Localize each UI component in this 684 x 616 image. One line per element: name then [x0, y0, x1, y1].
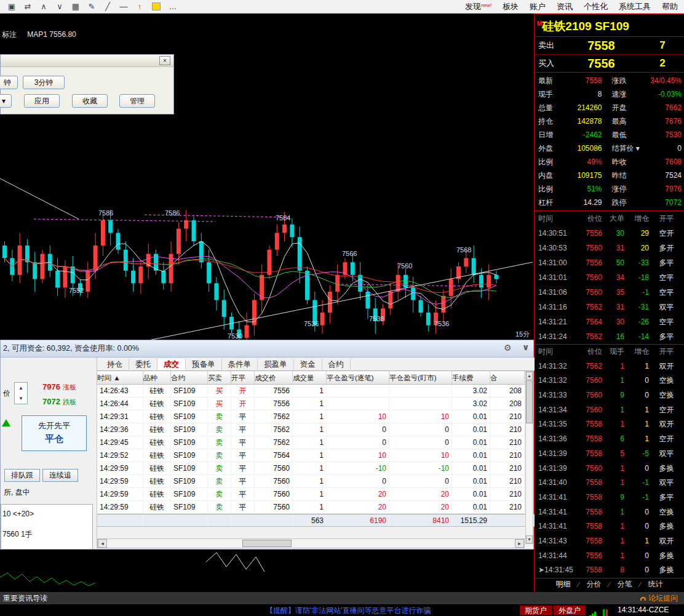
- quote-tab[interactable]: 分笔: [610, 579, 640, 590]
- column-header[interactable]: 成交量: [293, 371, 327, 385]
- column-header[interactable]: 买卖: [208, 371, 231, 385]
- trade-tab[interactable]: 合约: [322, 359, 351, 370]
- trade-tab[interactable]: 持仓: [101, 359, 129, 370]
- horizontal-scroll-thumb[interactable]: [242, 540, 292, 547]
- column-header[interactable]: 开平: [231, 371, 255, 385]
- scroll-right-icon[interactable]: ▸: [515, 539, 524, 548]
- chase-button[interactable]: 连续追: [42, 469, 78, 482]
- toolbar-menu-item[interactable]: 资讯: [557, 2, 573, 11]
- tick-row[interactable]: 14:31:41755810多换: [535, 519, 684, 534]
- column-header[interactable]: 成交价: [255, 371, 293, 385]
- fill-row[interactable]: 14:29:45硅铁SF109卖平75621000.01210: [97, 436, 525, 449]
- fill-row[interactable]: 14:29:59硅铁SF109卖平75601-10-100.01210: [97, 462, 525, 475]
- tick-row[interactable]: 14:31:39756010多换: [535, 462, 684, 476]
- forum-link[interactable]: 论坛提问: [640, 593, 678, 604]
- tick-row[interactable]: 14:31:44755610多换: [535, 549, 684, 564]
- grid-icon[interactable]: ▦: [68, 2, 84, 11]
- tick-row[interactable]: 14:31:16756231-31双平: [535, 300, 684, 314]
- dropdown-arrow-icon[interactable]: ▾: [0, 94, 12, 108]
- apply-button[interactable]: 应用: [24, 94, 60, 108]
- gear-icon[interactable]: ⚙: [504, 343, 512, 353]
- column-header[interactable]: 平仓盈亏(盯市): [389, 371, 452, 385]
- tick-row[interactable]: 14:31:00755650-33多平: [535, 255, 684, 270]
- pencil-icon[interactable]: ✎: [84, 2, 100, 11]
- close-icon[interactable]: ×: [159, 56, 170, 65]
- cycle-arrows-icon[interactable]: ⇄: [20, 2, 36, 11]
- vertical-scrollbar[interactable]: ▴ ▾: [525, 371, 533, 544]
- foreign-account-tab[interactable]: 外盘户: [554, 606, 586, 615]
- quote-tab[interactable]: 明细: [548, 579, 578, 590]
- toolbar-menu-item[interactable]: 发现new!: [465, 2, 491, 11]
- bid-row[interactable]: 买入 7556 2: [535, 55, 684, 73]
- fill-row[interactable]: 14:29:59硅铁SF109卖平7560120200.01210: [97, 501, 525, 514]
- column-header[interactable]: 平仓盈亏(逐笔): [327, 371, 389, 385]
- up-arrow-icon[interactable]: ↑: [132, 2, 148, 11]
- fill-row[interactable]: 14:26:43硅铁SF109买开755613.02208: [97, 385, 525, 398]
- tick-row[interactable]: 14:30:5175563029空开: [535, 226, 684, 241]
- ask-row[interactable]: 卖出 7558 7: [535, 37, 684, 55]
- manage-button[interactable]: 管理: [119, 94, 155, 108]
- color-swatch[interactable]: [152, 2, 161, 10]
- news-link[interactable]: 重要资讯导读: [0, 593, 47, 604]
- tick-row[interactable]: 14:31:41755810空换: [535, 505, 684, 520]
- fill-row[interactable]: 14:29:31硅铁SF109卖平7562110100.01210: [97, 410, 525, 423]
- chevron-up-icon[interactable]: ∧: [36, 2, 52, 11]
- trade-tab[interactable]: 成交: [157, 359, 186, 370]
- horizontal-scrollbar[interactable]: ◂ ▸: [97, 538, 525, 548]
- tick-row[interactable]: 14:31:01756034-18空平: [535, 270, 684, 285]
- quote-tab[interactable]: 统计: [641, 579, 670, 590]
- fill-row[interactable]: 14:29:59硅铁SF109卖平75601000.01210: [97, 475, 525, 488]
- toolbar-menu-item[interactable]: 系统工具: [619, 2, 651, 11]
- tick-row[interactable]: 14:31:4175589-1多平: [535, 490, 684, 505]
- tick-row[interactable]: 14:31:32756010空换: [535, 374, 684, 388]
- scroll-down-icon[interactable]: ▾: [526, 535, 533, 543]
- favorite-button[interactable]: 收藏: [72, 94, 108, 108]
- collapse-icon[interactable]: ∨: [522, 342, 529, 352]
- toolbar-menu-item[interactable]: 板块: [503, 2, 519, 11]
- period-3min-button[interactable]: 3分钟: [23, 76, 65, 89]
- trade-tab[interactable]: 预备单: [186, 359, 222, 370]
- column-header[interactable]: 合约: [171, 371, 208, 385]
- close-mode-box[interactable]: 先开先平 平仓: [22, 415, 87, 451]
- tick-row[interactable]: 14:31:36755861空开: [535, 432, 684, 447]
- column-header[interactable]: 品种: [143, 371, 171, 385]
- window-icon[interactable]: ▣: [4, 2, 20, 11]
- trade-tab[interactable]: 委托: [129, 359, 157, 370]
- tick-row[interactable]: 14:31:21756430-26空平: [535, 314, 684, 329]
- tick-row[interactable]: 14:31:43755811双开: [535, 534, 684, 549]
- tick-row[interactable]: 14:31:32756211双开: [535, 359, 684, 374]
- fill-row[interactable]: 14:29:36硅铁SF109卖平75621000.01210: [97, 423, 525, 436]
- line-tool-icon[interactable]: ╱: [100, 2, 116, 11]
- dialog-titlebar[interactable]: ×: [1, 55, 173, 67]
- tick-row[interactable]: 14:31:4075581-1双平: [535, 476, 684, 490]
- quote-tab[interactable]: 分价: [579, 579, 608, 590]
- toolbar-menu-item[interactable]: 个性化: [584, 2, 608, 11]
- horizontal-line-icon[interactable]: ―: [116, 2, 132, 11]
- futures-account-tab[interactable]: 期货户: [520, 606, 552, 615]
- trade-tab[interactable]: 损盈单: [258, 359, 294, 370]
- partial-period-button[interactable]: 钟: [0, 76, 18, 89]
- vertical-scroll-thumb[interactable]: [526, 380, 533, 423]
- ask-price[interactable]: 7558: [562, 39, 641, 53]
- column-header[interactable]: 合: [490, 371, 525, 385]
- more-icon[interactable]: …: [165, 2, 181, 11]
- price-stepper[interactable]: ▲▼: [14, 382, 28, 404]
- tick-row[interactable]: 14:31:06756035-1空平: [535, 285, 684, 300]
- tick-row[interactable]: 14:31:33756090空换: [535, 388, 684, 403]
- column-header[interactable]: 手续费: [452, 371, 490, 385]
- tick-row[interactable]: 14:30:5375603120多开: [535, 241, 684, 255]
- trade-tab[interactable]: 条件单: [222, 359, 258, 370]
- chevron-down-icon[interactable]: ∨: [52, 2, 68, 11]
- tick-row[interactable]: 14:31:35755811双开: [535, 417, 684, 432]
- queue-follow-button[interactable]: 排队跟: [4, 469, 40, 482]
- trade-tab[interactable]: 资金: [294, 359, 322, 370]
- tick-row[interactable]: 14:31:24756216-14多平: [535, 329, 684, 344]
- tick-row[interactable]: 14:31:3975585-5双平: [535, 447, 684, 462]
- toolbar-menu-item[interactable]: 帮助: [662, 2, 678, 11]
- scroll-up-icon[interactable]: ▴: [526, 372, 533, 380]
- tick-row[interactable]: ➤14:31:45755880多换: [535, 563, 684, 578]
- fill-row[interactable]: 14:26:44硅铁SF109买开755613.02208: [97, 398, 525, 410]
- bid-price[interactable]: 7556: [562, 57, 641, 71]
- tick-row[interactable]: 14:31:34756011空开: [535, 403, 684, 418]
- fill-row[interactable]: 14:29:59硅铁SF109卖平7560120200.01210: [97, 488, 525, 501]
